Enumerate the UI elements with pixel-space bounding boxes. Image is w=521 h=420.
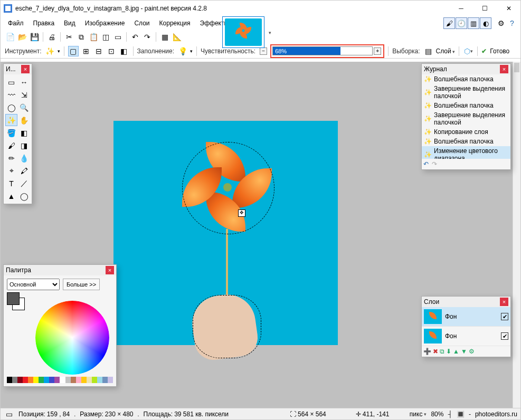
redo-icon[interactable]: ↷ (142, 32, 153, 42)
hue-swatch[interactable] (44, 377, 49, 383)
tool-line[interactable]: ／ (18, 177, 30, 189)
history-item[interactable]: ✨Волшебная палочка (422, 137, 510, 146)
layer-duplicate-icon[interactable]: ⧉ (440, 348, 444, 355)
tool-picker[interactable]: 💧 (18, 152, 30, 164)
hue-swatch[interactable] (65, 377, 71, 383)
commit-button[interactable]: Готово (490, 47, 509, 55)
copy-icon[interactable]: ⧉ (76, 32, 87, 42)
cut-icon[interactable]: ✂ (64, 32, 74, 42)
hue-swatch[interactable] (108, 377, 113, 383)
tools-panel-close-icon[interactable]: × (21, 65, 30, 73)
tolerance-plus-button[interactable]: + (374, 47, 381, 55)
minimize-button[interactable]: ─ (449, 1, 473, 16)
tool-ellipse-select[interactable]: ◯ (5, 101, 17, 113)
selmode-replace-icon[interactable]: ▢ (68, 46, 79, 56)
zoom-value[interactable]: 80% (431, 411, 443, 418)
history-item[interactable]: ✨Завершение выделения палочкой (422, 110, 510, 127)
hue-swatch[interactable] (39, 377, 44, 383)
hue-swatch[interactable] (60, 377, 65, 383)
history-item[interactable]: ✨Изменение цветового диапазона (422, 146, 510, 159)
selmode-invert-icon[interactable]: ◧ (119, 46, 129, 56)
layers-toggle-icon[interactable]: ▥ (468, 17, 479, 29)
fit-icon[interactable]: 🔳 (457, 411, 465, 418)
hue-swatch[interactable] (12, 377, 17, 383)
layer-down-icon[interactable]: ▼ (461, 348, 467, 355)
hue-strip[interactable] (7, 377, 113, 383)
thumb-dropdown-icon[interactable]: ▾ (269, 30, 271, 35)
hue-swatch[interactable] (17, 377, 23, 383)
tolerance-slider[interactable]: 68% (272, 46, 373, 55)
history-toggle-icon[interactable]: 🕘 (456, 17, 467, 29)
new-icon[interactable]: 📄 (5, 32, 15, 42)
history-close-icon[interactable]: × (500, 65, 508, 73)
wand-tool-icon[interactable]: ✨ (45, 46, 55, 56)
tool-pan[interactable]: ✋ (18, 114, 30, 126)
menu-file[interactable]: Файл (4, 18, 28, 28)
hue-swatch[interactable] (92, 377, 97, 383)
color-wheel[interactable] (35, 301, 109, 375)
hue-swatch[interactable] (97, 377, 102, 383)
hue-swatch[interactable] (76, 377, 81, 383)
tool-eraser[interactable]: ◨ (18, 139, 30, 151)
tool-rect-select[interactable]: ▭ (5, 76, 17, 88)
hue-swatch[interactable] (23, 377, 28, 383)
menu-edit[interactable]: Правка (29, 18, 59, 28)
tool-shape2[interactable]: ◯ (18, 190, 30, 202)
palette-mode-select[interactable]: Основной (7, 279, 60, 290)
fill-mode-icon[interactable]: 💡 (177, 46, 188, 56)
tool-move-pixels[interactable]: ⇲ (18, 89, 30, 101)
tool-fill[interactable]: 🪣 (5, 127, 17, 139)
layer-props-icon[interactable]: ⚙ (469, 348, 475, 355)
tool-lasso[interactable]: 〰 (5, 89, 17, 101)
compare-mode-icon[interactable]: ⬡ (463, 46, 473, 56)
tool-move-selection[interactable]: ↔ (18, 76, 30, 88)
deselect-icon[interactable]: ▭ (112, 32, 123, 42)
tools-toggle-icon[interactable]: 🖌 (443, 17, 455, 29)
vertical-scrollbar[interactable] (513, 62, 520, 408)
layer-merge-icon[interactable]: ⬇ (446, 348, 451, 355)
selmode-add-icon[interactable]: ⊞ (81, 46, 91, 56)
hue-swatch[interactable] (87, 377, 92, 383)
history-item[interactable]: ✨Завершение выделения палочкой (422, 84, 510, 101)
history-redo-icon[interactable]: ↷ (432, 160, 437, 168)
palette-swatches[interactable] (7, 292, 26, 311)
hue-swatch[interactable] (7, 377, 12, 383)
open-icon[interactable]: 📂 (17, 32, 27, 42)
ruler-icon[interactable]: 📐 (172, 32, 182, 42)
layer-up-icon[interactable]: ▲ (453, 348, 459, 355)
hue-swatch[interactable] (102, 377, 108, 383)
layer-delete-icon[interactable]: ✖ (433, 348, 438, 355)
sampling-dropdown[interactable]: Слой (436, 47, 456, 55)
colors-toggle-icon[interactable]: ◐ (480, 17, 491, 29)
paste-icon[interactable]: 📋 (88, 32, 99, 42)
tool-brush[interactable]: 🖌 (5, 139, 17, 151)
hue-swatch[interactable] (71, 377, 76, 383)
units-dropdown[interactable]: пикс (410, 411, 427, 418)
fg-color-swatch[interactable] (7, 292, 20, 305)
selmode-intersect-icon[interactable]: ⊡ (106, 46, 117, 56)
grid-icon[interactable]: ▦ (159, 32, 170, 42)
tool-zoom[interactable]: 🔍 (18, 101, 30, 113)
history-item[interactable]: ✨Волшебная палочка (422, 74, 510, 84)
undo-icon[interactable]: ↶ (130, 32, 140, 42)
hue-swatch[interactable] (54, 377, 60, 383)
hue-swatch[interactable] (28, 377, 33, 383)
document-thumbnail[interactable] (222, 16, 264, 48)
tool-clone[interactable]: ⌖ (5, 165, 17, 177)
print-icon[interactable]: 🖨 (46, 32, 57, 42)
tool-gradient[interactable]: ◧ (18, 127, 30, 139)
layer-item[interactable]: Фон✔ (422, 307, 510, 327)
tool-text[interactable]: T (5, 177, 17, 189)
hue-swatch[interactable] (81, 377, 87, 383)
selmode-sub-icon[interactable]: ⊟ (93, 46, 104, 56)
save-icon[interactable]: 💾 (29, 32, 40, 42)
tool-magic-wand[interactable]: ✨ (5, 114, 17, 126)
palette-close-icon[interactable]: × (106, 266, 114, 274)
layer-item[interactable]: Фон✔ (422, 327, 510, 346)
menu-image[interactable]: Изображение (81, 18, 129, 28)
history-item[interactable]: ✨Волшебная палочка (422, 101, 510, 110)
help-icon[interactable]: ? (507, 18, 517, 28)
crop-icon[interactable]: ◫ (100, 32, 111, 42)
close-button[interactable]: ✕ (497, 1, 520, 16)
canvas[interactable]: ✥ (113, 121, 338, 345)
